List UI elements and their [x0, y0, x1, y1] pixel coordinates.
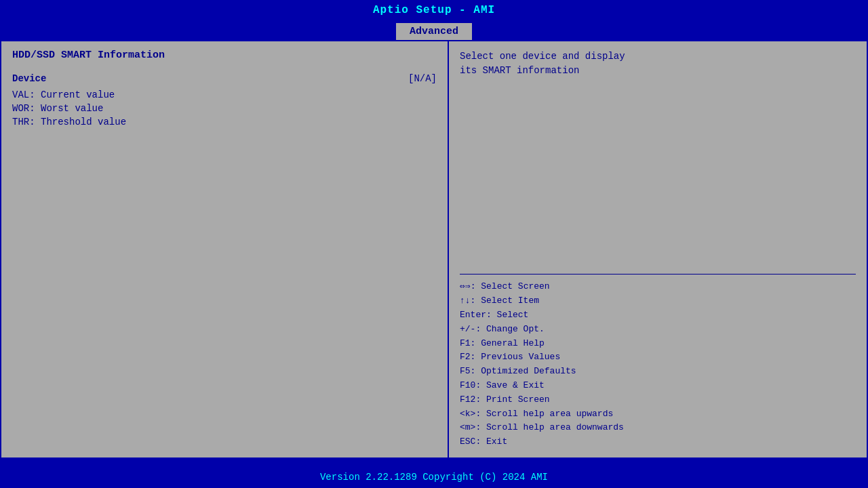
key-hint-line: ↑↓: Select Item: [460, 294, 856, 308]
nav-bar: Advanced: [0, 20, 868, 40]
app-title: Aptio Setup - AMI: [0, 0, 868, 20]
info-val: VAL: Current value: [12, 89, 437, 100]
device-label: Device: [12, 73, 46, 84]
key-hint-line: <k>: Scroll help area upwards: [460, 407, 856, 422]
key-hint-line: <m>: Scroll help area downwards: [460, 421, 856, 435]
help-text: Select one device and display its SMART …: [460, 49, 856, 268]
key-hint-line: +/-: Change Opt.: [460, 323, 856, 337]
main-content: HDD/SSD SMART Information Device [N/A] V…: [0, 40, 868, 459]
tab-advanced[interactable]: Advanced: [396, 23, 472, 40]
left-panel: HDD/SSD SMART Information Device [N/A] V…: [1, 41, 449, 458]
key-hint-line: F10: Save & Exit: [460, 379, 856, 393]
device-row: Device [N/A]: [12, 73, 437, 84]
panel-title: HDD/SSD SMART Information: [12, 49, 437, 61]
key-hint-line: F2: Previous Values: [460, 350, 856, 365]
key-hint-line: F1: General Help: [460, 337, 856, 351]
footer: Version 2.22.1289 Copyright (C) 2024 AMI: [0, 466, 868, 488]
key-hint-line: ⇔⇒: Select Screen: [460, 280, 856, 294]
key-hint-line: F5: Optimized Defaults: [460, 365, 856, 379]
help-line-1: Select one device and display: [460, 49, 856, 64]
device-value: [N/A]: [408, 73, 437, 84]
key-hint-line: ESC: Exit: [460, 435, 856, 449]
key-hint-line: Enter: Select: [460, 308, 856, 323]
info-thr: THR: Threshold value: [12, 117, 437, 127]
key-hint-line: F12: Print Screen: [460, 393, 856, 407]
right-panel: Select one device and display its SMART …: [449, 41, 867, 458]
footer-text: Version 2.22.1289 Copyright (C) 2024 AMI: [320, 472, 548, 483]
key-hints: ⇔⇒: Select Screen↑↓: Select ItemEnter: S…: [460, 280, 856, 449]
divider: [460, 274, 856, 274]
info-wor: WOR: Worst value: [12, 103, 437, 114]
title-text: Aptio Setup - AMI: [373, 4, 495, 16]
help-line-2: its SMART information: [460, 64, 856, 78]
